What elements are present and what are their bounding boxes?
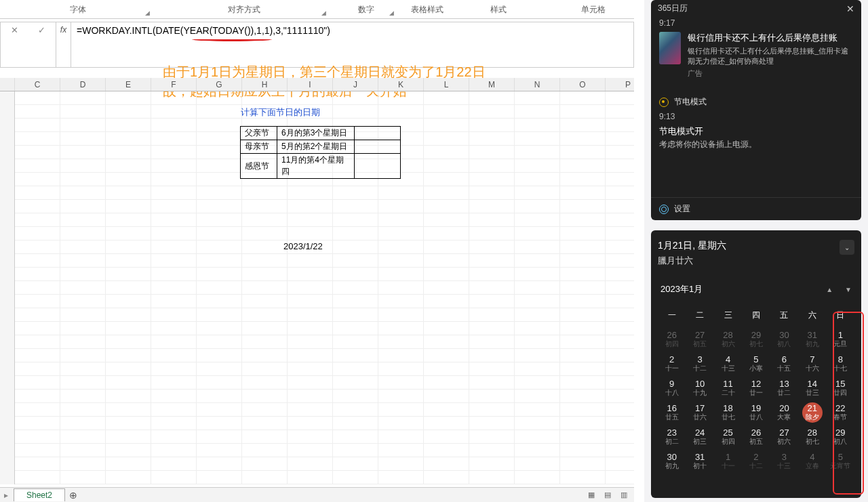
view-normal-icon[interactable]: ▦ — [588, 490, 595, 499]
calendar-day[interactable]: 27初六 — [770, 425, 798, 450]
ribbon-group-styles[interactable]: 样式 — [454, 0, 542, 19]
calendar-day[interactable]: 19廿八 — [742, 401, 770, 425]
close-icon[interactable]: ✕ — [846, 3, 854, 14]
calendar-day[interactable]: 30初九 — [658, 450, 686, 474]
calendar-day[interactable]: 13廿二 — [770, 377, 798, 401]
calendar-day[interactable]: 3十三 — [770, 450, 798, 474]
calendar-day[interactable]: 4立春 — [798, 450, 826, 474]
enter-icon[interactable]: ✓ — [36, 25, 48, 35]
calendar-day[interactable]: 18廿七 — [714, 401, 742, 425]
calendar-day[interactable]: 15廿四 — [827, 377, 854, 401]
notification-settings[interactable]: 设置 — [651, 197, 861, 220]
col-header[interactable]: D — [60, 78, 106, 91]
calendar-dow: 六 — [798, 308, 826, 328]
col-header[interactable]: M — [469, 78, 515, 91]
calendar-dow: 四 — [742, 308, 770, 328]
col-header[interactable]: L — [424, 78, 469, 91]
col-header[interactable]: H — [242, 78, 288, 91]
calendar-day[interactable]: 16廿五 — [658, 401, 686, 425]
calendar-day[interactable]: 26初五 — [742, 425, 770, 450]
calendar-day[interactable]: 7十六 — [798, 352, 826, 377]
calendar-day[interactable]: 2十一 — [658, 352, 686, 377]
calendar-day[interactable]: 23初二 — [658, 425, 686, 450]
col-header[interactable]: J — [333, 78, 378, 91]
calendar-widget: 1月21日, 星期六 臘月廿六 ⌄ 2023年1月 ▲ ▼ 一二三四五六日26初… — [651, 230, 861, 498]
ribbon-group-alignment[interactable]: 对齐方式◢ — [156, 0, 332, 19]
view-layout-icon[interactable]: ▤ — [604, 490, 611, 499]
calendar-day[interactable]: 12廿一 — [742, 377, 770, 401]
calendar-dow: 五 — [770, 308, 798, 328]
col-header[interactable]: I — [288, 78, 333, 91]
calendar-day[interactable]: 9十八 — [658, 377, 686, 401]
calendar-day[interactable]: 3十二 — [686, 352, 713, 377]
col-header[interactable]: K — [378, 78, 424, 91]
calendar-day[interactable]: 28初七 — [798, 425, 826, 450]
calendar-day[interactable]: 29初八 — [827, 425, 854, 450]
notification-app-title: 365日历 — [658, 3, 688, 14]
sheet-tab-active[interactable]: Sheet2 — [14, 488, 65, 501]
power-mode-card[interactable]: 节电模式开 考虑将你的设备插上电源。 — [651, 121, 861, 150]
calendar-day[interactable]: 2十二 — [742, 450, 770, 474]
table-row: 感恩节11月的第4个星期四 — [241, 154, 401, 179]
calendar-day[interactable]: 22春节 — [827, 401, 854, 425]
calendar-day[interactable]: 30初八 — [770, 328, 798, 352]
month-next-icon[interactable]: ▼ — [845, 286, 852, 293]
ribbon-group-cells[interactable]: 单元格 — [542, 0, 644, 19]
status-bar: ▦ ▤ ▥ — [588, 490, 634, 499]
notification-subline: 银行信用卡还不上有什么后果停息挂账_信用卡逾期无力偿还_如何协商处理 — [688, 46, 853, 66]
col-header[interactable]: G — [197, 78, 242, 91]
calendar-day[interactable]: 11二十 — [714, 377, 742, 401]
cancel-icon[interactable]: ✕ — [8, 25, 20, 35]
calendar-day[interactable]: 27初五 — [686, 328, 713, 352]
notification-headline: 银行信用卡还不上有什么后果停息挂账 — [688, 32, 853, 44]
power-mode-row[interactable]: 节电模式 — [651, 85, 861, 112]
month-prev-icon[interactable]: ▲ — [826, 286, 833, 293]
dialog-launcher-icon[interactable]: ◢ — [321, 9, 330, 18]
col-header[interactable]: O — [560, 78, 606, 91]
calendar-day[interactable]: 25初四 — [714, 425, 742, 450]
calendar-date-main: 1月21日, 星期六 — [658, 240, 726, 252]
calendar-day[interactable]: 1十一 — [714, 450, 742, 474]
calendar-day[interactable]: 31初九 — [798, 328, 826, 352]
calendar-day[interactable]: 17廿六 — [686, 401, 713, 425]
col-header[interactable]: N — [515, 78, 560, 91]
row-headers[interactable] — [0, 91, 15, 484]
column-headers[interactable]: C D E F G H I J K L M N O P — [0, 78, 634, 91]
calendar-day[interactable]: 4十三 — [714, 352, 742, 377]
tab-nav-prev-icon[interactable]: ▸ — [0, 490, 12, 500]
calendar-day[interactable]: 24初三 — [686, 425, 713, 450]
ribbon-group-number[interactable]: 数字◢ — [332, 0, 400, 19]
ribbon-group-tablestyle[interactable]: 表格样式 — [400, 0, 454, 19]
col-header[interactable]: E — [106, 78, 151, 91]
notification-card[interactable]: 银行信用卡还不上有什么后果停息挂账 银行信用卡还不上有什么后果停息挂账_信用卡逾… — [651, 32, 861, 85]
calendar-day[interactable]: 20大寒 — [770, 401, 798, 425]
calendar-day[interactable]: 10十九 — [686, 377, 713, 401]
calendar-day[interactable]: 14廿三 — [798, 377, 826, 401]
calendar-day[interactable]: 31初十 — [686, 450, 713, 474]
result-cell[interactable]: 2023/1/22 — [283, 241, 323, 251]
calendar-day[interactable]: 5元宵节 — [827, 450, 854, 474]
calendar-month-label[interactable]: 2023年1月 — [660, 283, 703, 295]
dialog-launcher-icon[interactable]: ◢ — [145, 9, 153, 18]
calendar-grid[interactable]: 一二三四五六日26初四27初五28初六29初七30初八31初九1元旦2十一3十二… — [658, 308, 854, 474]
calendar-dow: 三 — [714, 308, 742, 328]
calendar-day[interactable]: 26初四 — [658, 328, 686, 352]
calendar-day[interactable]: 8十七 — [827, 352, 854, 377]
col-header[interactable]: C — [15, 78, 60, 91]
view-pagebreak-icon[interactable]: ▥ — [620, 490, 627, 499]
formula-input[interactable]: =WORKDAY.INTL(DATE(YEAR(TODAY()),1,1),3,… — [71, 22, 633, 67]
col-header[interactable]: F — [151, 78, 197, 91]
calendar-day[interactable]: 6十五 — [770, 352, 798, 377]
calendar-dow: 一 — [658, 308, 686, 328]
fx-icon[interactable]: fx — [56, 22, 71, 67]
dialog-launcher-icon[interactable]: ◢ — [389, 9, 397, 18]
add-sheet-button[interactable]: ⊕ — [65, 490, 81, 501]
calendar-day[interactable]: 29初七 — [742, 328, 770, 352]
ribbon-group-font[interactable]: 字体◢ — [0, 0, 156, 19]
calendar-day[interactable]: 28初六 — [714, 328, 742, 352]
worksheet-table[interactable]: 父亲节6月的第3个星期日 母亲节5月的第2个星期日 感恩节11月的第4个星期四 — [240, 126, 401, 179]
collapse-icon[interactable]: ⌄ — [840, 240, 854, 255]
calendar-day[interactable]: 21除夕 — [798, 401, 826, 425]
calendar-day[interactable]: 1元旦 — [827, 328, 854, 352]
calendar-day[interactable]: 5小寒 — [742, 352, 770, 377]
